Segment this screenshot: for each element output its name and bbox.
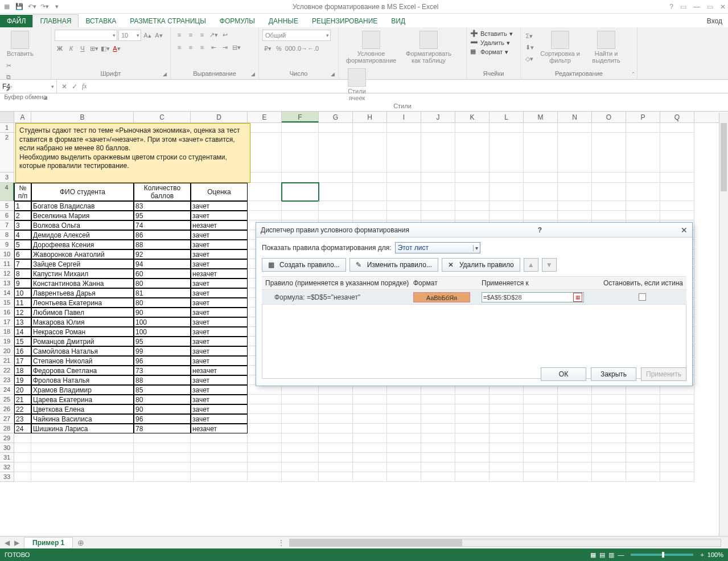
cell[interactable] <box>353 395 387 404</box>
close-dialog-button[interactable]: Закрыть <box>591 367 636 381</box>
fill-icon[interactable]: ⬇▾ <box>524 42 534 52</box>
cell[interactable] <box>558 424 592 433</box>
cell[interactable] <box>387 462 421 472</box>
cell[interactable] <box>592 404 626 414</box>
tab-file[interactable]: ФАЙЛ <box>0 15 32 27</box>
cell[interactable] <box>592 201 626 211</box>
cell[interactable]: 80 <box>134 395 191 404</box>
cell[interactable] <box>248 462 282 472</box>
cell[interactable] <box>282 424 319 433</box>
cells-delete-button[interactable]: ➖Удалить ▾ <box>470 39 517 47</box>
cell[interactable] <box>282 443 319 453</box>
ribbon-opts-button[interactable]: ▭ <box>680 3 686 11</box>
cell[interactable] <box>319 443 353 453</box>
cell[interactable] <box>421 201 455 211</box>
cell[interactable]: Самойлова Наталья <box>31 346 134 356</box>
column-header[interactable]: L <box>490 112 524 122</box>
cell[interactable] <box>455 404 490 414</box>
cell[interactable] <box>660 453 694 462</box>
cell[interactable] <box>319 404 353 414</box>
cell[interactable] <box>282 123 319 133</box>
cell[interactable] <box>282 453 319 462</box>
cell[interactable] <box>626 173 660 183</box>
column-header[interactable]: P <box>626 112 660 122</box>
cell[interactable]: 83 <box>134 201 191 211</box>
cell[interactable] <box>353 443 387 453</box>
rule-row[interactable]: Формула: =$D$5="незачет" АаВbБбЯя =$A$5:… <box>262 290 686 305</box>
cell[interactable] <box>387 133 421 173</box>
cell[interactable] <box>248 183 282 201</box>
cell[interactable] <box>248 453 282 462</box>
cell[interactable] <box>319 201 353 211</box>
cell[interactable] <box>282 433 319 443</box>
cell[interactable]: ФИО студента <box>31 183 134 201</box>
cell[interactable] <box>455 453 490 462</box>
column-header[interactable]: J <box>421 112 455 122</box>
cell[interactable] <box>134 453 191 462</box>
cell[interactable]: 88 <box>134 240 191 249</box>
horizontal-scrollbar[interactable] <box>289 539 721 547</box>
cell[interactable] <box>524 173 558 183</box>
cell[interactable] <box>592 424 626 433</box>
merge-icon[interactable]: ⊟▾ <box>231 42 241 52</box>
cell[interactable]: 90 <box>134 404 191 414</box>
cell[interactable] <box>626 395 660 404</box>
cell[interactable] <box>31 433 134 443</box>
cell[interactable]: 96 <box>134 414 191 424</box>
cell[interactable] <box>592 395 626 404</box>
add-sheet-icon[interactable]: ⊕ <box>77 538 84 547</box>
cell[interactable] <box>353 133 387 173</box>
cell[interactable] <box>558 123 592 133</box>
cell[interactable] <box>626 404 660 414</box>
align-center-icon[interactable]: ≡ <box>186 42 196 52</box>
cell[interactable] <box>134 462 191 472</box>
row-header[interactable]: 14 <box>0 288 14 298</box>
enter-formula-icon[interactable]: ✓ <box>72 83 77 91</box>
cell[interactable] <box>490 201 524 211</box>
cell[interactable]: 22 <box>14 404 31 414</box>
bold-button[interactable]: Ж <box>55 43 65 54</box>
row-header[interactable]: 25 <box>0 395 14 404</box>
conditional-formatting-button[interactable]: Условное форматирование <box>342 30 400 65</box>
cell[interactable] <box>524 395 558 404</box>
tab-split-icon[interactable]: ⋮ <box>278 539 285 547</box>
cell[interactable] <box>387 173 421 183</box>
sheet-nav-prev-icon[interactable]: ◀ <box>2 539 12 547</box>
orientation-icon[interactable]: ↗▾ <box>208 30 219 40</box>
row-header[interactable]: 10 <box>0 249 14 259</box>
percent-icon[interactable]: % <box>274 43 284 54</box>
cell[interactable] <box>490 123 524 133</box>
cell[interactable]: Капустин Михаил <box>31 269 134 279</box>
font-color-icon[interactable]: A▾ <box>112 43 122 54</box>
cell[interactable]: Чайкина Василиса <box>31 414 134 424</box>
cell[interactable]: Федорова Светлана <box>31 366 134 375</box>
dialog-close-icon[interactable]: ✕ <box>681 226 688 235</box>
cell[interactable] <box>248 173 282 183</box>
cell[interactable]: Волкова Ольга <box>31 220 134 230</box>
cell[interactable] <box>387 472 421 482</box>
cell[interactable] <box>626 462 660 472</box>
cell[interactable] <box>524 183 558 201</box>
cell[interactable] <box>319 133 353 173</box>
cell[interactable] <box>524 385 558 395</box>
close-button[interactable]: ✕ <box>720 3 726 11</box>
cell[interactable] <box>134 443 191 453</box>
cell[interactable] <box>660 472 694 482</box>
cell[interactable] <box>626 133 660 173</box>
cell[interactable] <box>387 385 421 395</box>
row-header[interactable]: 7 <box>0 220 14 230</box>
page-layout-view-icon[interactable]: ▤ <box>599 551 605 559</box>
align-right-icon[interactable]: ≡ <box>197 42 207 52</box>
undo-icon[interactable]: ↶▾ <box>27 2 36 11</box>
row-header[interactable]: 24 <box>0 385 14 395</box>
cell[interactable] <box>31 472 134 482</box>
cell[interactable] <box>660 462 694 472</box>
align-mid-icon[interactable]: ≡ <box>186 30 196 40</box>
cell[interactable] <box>558 173 592 183</box>
cell[interactable]: зачет <box>191 414 248 424</box>
maximize-button[interactable]: ▭ <box>707 3 713 11</box>
cell[interactable] <box>626 385 660 395</box>
zoom-out-icon[interactable]: — <box>618 551 624 558</box>
cell[interactable] <box>660 443 694 453</box>
cell[interactable]: зачет <box>191 404 248 414</box>
